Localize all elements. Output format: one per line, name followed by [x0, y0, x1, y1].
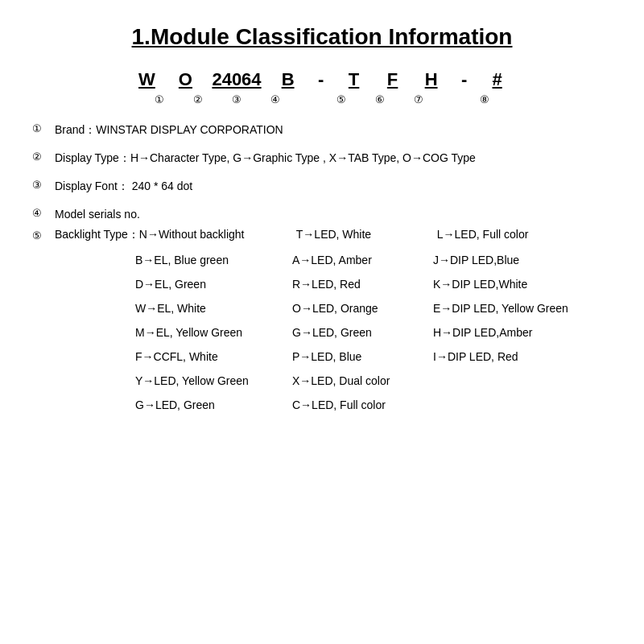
section-brand: ① Brand：WINSTAR DISPLAY CORPORATION	[32, 122, 612, 138]
section-1-num: ①	[32, 122, 55, 134]
code-b: B	[276, 69, 300, 90]
bl-r3-c2: E→DIP LED, Yellow Green	[433, 302, 568, 315]
section-backlight: ⑤ Backlight Type： N→Without backlight T→…	[32, 228, 612, 423]
code-o: O	[173, 69, 197, 90]
code-t: T	[342, 69, 366, 90]
section-3-text: Display Font： 240 * 64 dot	[55, 178, 192, 195]
section-4-text: Model serials no.	[55, 206, 140, 223]
backlight-title: Backlight Type：	[55, 228, 139, 242]
num-7: ⑦	[407, 93, 431, 105]
num-3: ③	[225, 93, 249, 105]
section-2-num: ②	[32, 150, 55, 163]
num-1: ①	[147, 93, 171, 105]
section-model-serial: ④ Model serials no.	[32, 206, 612, 223]
bl-r3-c1: O→LED, Orange	[292, 302, 433, 315]
section-5-num: ⑤	[32, 228, 55, 242]
bl-r1-c0: B→EL, Blue green	[135, 254, 292, 266]
section-2-text: Display Type：H→Character Type, G→Graphic…	[55, 150, 476, 167]
backlight-row-5: F→CCFL, White P→LED, Blue I→DIP LED, Red	[135, 350, 568, 363]
bl-r4-c2: H→DIP LED,Amber	[433, 326, 532, 339]
bl-r5-c1: P→LED, Blue	[292, 350, 433, 363]
backlight-row-4: M→EL, Yellow Green G→LED, Green H→DIP LE…	[135, 326, 568, 339]
backlight-row0-col1: T→LED, White	[296, 228, 437, 241]
model-code-display: W O 24064 B - T F H - #	[32, 69, 612, 90]
section-display-font: ③ Display Font： 240 * 64 dot	[32, 178, 612, 195]
section-3-num: ③	[32, 178, 55, 191]
bl-r4-c1: G→LED, Green	[292, 326, 433, 339]
bl-r4-c0: M→EL, Yellow Green	[135, 326, 292, 339]
backlight-row-6: Y→LED, Yellow Green X→LED, Dual color	[135, 374, 568, 387]
bl-r5-c2: I→DIP LED, Red	[433, 350, 518, 363]
page-title: 1.Module Classification Information	[32, 24, 612, 50]
section-4-num: ④	[32, 206, 55, 219]
num-8: ⑧	[473, 93, 497, 105]
code-24064: 24064	[212, 69, 261, 90]
bl-r7-c1: C→LED, Full color	[292, 398, 433, 411]
dash-2: -	[458, 69, 471, 90]
bl-r6-c0: Y→LED, Yellow Green	[135, 374, 292, 387]
backlight-row-1: B→EL, Blue green A→LED, Amber J→DIP LED,…	[135, 254, 568, 266]
bl-r2-c0: D→EL, Green	[135, 278, 292, 291]
bl-r7-c0: G→LED, Green	[135, 398, 292, 411]
model-num-display: ① ② ③ ④ ⑤ ⑥ ⑦ ⑧	[32, 93, 612, 105]
backlight-row0-col2: L→LED, Full color	[437, 228, 529, 241]
backlight-row0-col0: N→Without backlight	[139, 228, 296, 241]
bl-r2-c1: R→LED, Red	[292, 278, 433, 291]
num-6: ⑥	[368, 93, 392, 105]
dash-1: -	[315, 69, 328, 90]
bl-r5-c0: F→CCFL, White	[135, 350, 292, 363]
backlight-row-3: W→EL, White O→LED, Orange E→DIP LED, Yel…	[135, 302, 568, 315]
backlight-block: Backlight Type： N→Without backlight T→LE…	[55, 228, 568, 423]
bl-r1-c1: A→LED, Amber	[292, 254, 433, 266]
code-h: H	[419, 69, 444, 90]
backlight-rows-container: B→EL, Blue green A→LED, Amber J→DIP LED,…	[135, 254, 568, 411]
backlight-row-7: G→LED, Green C→LED, Full color	[135, 398, 568, 411]
bl-r2-c2: K→DIP LED,White	[433, 278, 527, 291]
num-5: ⑤	[329, 93, 353, 105]
code-hash: #	[485, 69, 510, 90]
num-4: ④	[263, 93, 287, 105]
backlight-row-2: D→EL, Green R→LED, Red K→DIP LED,White	[135, 278, 568, 291]
num-2: ②	[186, 93, 210, 105]
section-1-text: Brand：WINSTAR DISPLAY CORPORATION	[55, 122, 283, 138]
code-w: W	[134, 69, 159, 90]
bl-r1-c2: J→DIP LED,Blue	[433, 254, 519, 266]
bl-r3-c0: W→EL, White	[135, 302, 292, 315]
section-display-type: ② Display Type：H→Character Type, G→Graph…	[32, 150, 612, 167]
bl-r6-c1: X→LED, Dual color	[292, 374, 433, 387]
code-f: F	[381, 69, 405, 90]
